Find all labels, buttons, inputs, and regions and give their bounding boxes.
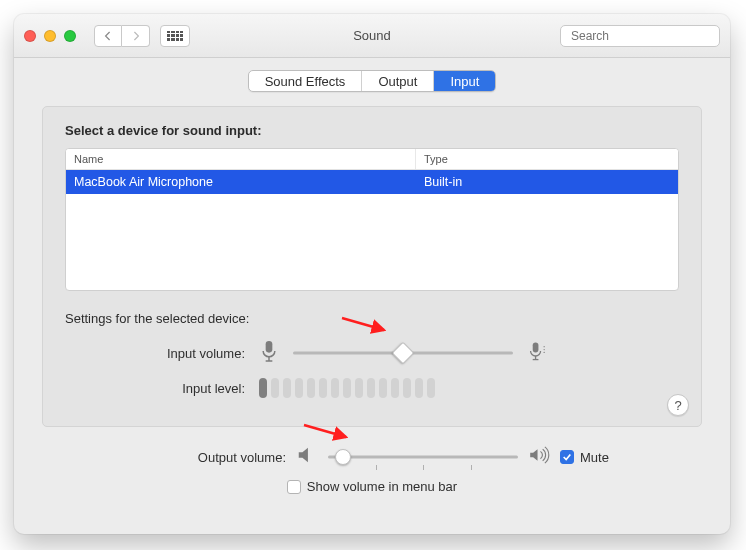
- zoom-button[interactable]: [64, 30, 76, 42]
- input-volume-row: Input volume:: [65, 338, 679, 368]
- window-controls: [24, 30, 76, 42]
- settings-heading: Settings for the selected device:: [65, 311, 679, 326]
- search-input[interactable]: [571, 29, 721, 43]
- checkbox-box[interactable]: [287, 480, 301, 494]
- input-level-label: Input level:: [65, 381, 245, 396]
- slider-tick: [471, 465, 472, 470]
- search-field[interactable]: [560, 25, 720, 47]
- speaker-low-icon: [296, 445, 318, 469]
- col-name[interactable]: Name: [66, 149, 416, 169]
- svg-rect-5: [533, 342, 539, 352]
- back-button[interactable]: [94, 25, 122, 47]
- svg-point-8: [544, 346, 545, 347]
- slider-thumb[interactable]: [335, 449, 351, 465]
- tabs: Sound Effects Output Input: [42, 70, 702, 92]
- output-volume-label: Output volume:: [42, 450, 286, 465]
- help-button[interactable]: ?: [667, 394, 689, 416]
- svg-point-9: [544, 349, 545, 350]
- table-row[interactable]: MacBook Air Microphone Built-in: [66, 170, 678, 194]
- input-volume-slider[interactable]: [293, 344, 513, 362]
- output-volume-slider[interactable]: [328, 448, 518, 466]
- microphone-low-icon: [259, 338, 279, 368]
- slider-track: [328, 456, 518, 459]
- input-volume-label: Input volume:: [65, 346, 245, 361]
- input-level-row: Input level:: [65, 378, 679, 398]
- input-panel: Select a device for sound input: Name Ty…: [42, 106, 702, 427]
- tab-input[interactable]: Input: [434, 71, 495, 91]
- slider-tick: [423, 465, 424, 470]
- table-header: Name Type: [66, 149, 678, 170]
- slider-tick: [376, 465, 377, 470]
- tab-output[interactable]: Output: [362, 71, 434, 91]
- chevron-left-icon: [104, 31, 112, 41]
- tab-sound-effects[interactable]: Sound Effects: [249, 71, 363, 91]
- sound-preferences-window: Sound Sound Effects Output Input Select …: [14, 14, 730, 534]
- input-level-meter: [259, 378, 435, 398]
- speaker-high-icon: [528, 445, 550, 469]
- show-volume-menubar-checkbox[interactable]: Show volume in menu bar: [287, 479, 457, 494]
- menubar-label: Show volume in menu bar: [307, 479, 457, 494]
- titlebar: Sound: [14, 14, 730, 58]
- nav-buttons: [94, 25, 150, 47]
- grid-icon: [167, 31, 183, 41]
- svg-point-10: [544, 352, 545, 353]
- close-button[interactable]: [24, 30, 36, 42]
- forward-button[interactable]: [122, 25, 150, 47]
- cell-name: MacBook Air Microphone: [66, 170, 416, 194]
- microphone-high-icon: [527, 338, 547, 368]
- svg-rect-2: [266, 341, 273, 353]
- panel-heading: Select a device for sound input:: [65, 123, 679, 138]
- tab-segmented-control: Sound Effects Output Input: [248, 70, 497, 92]
- mute-label: Mute: [580, 450, 609, 465]
- chevron-right-icon: [132, 31, 140, 41]
- device-table: Name Type MacBook Air Microphone Built-i…: [65, 148, 679, 291]
- content: Sound Effects Output Input Select a devi…: [14, 58, 730, 494]
- cell-type: Built-in: [416, 170, 678, 194]
- minimize-button[interactable]: [44, 30, 56, 42]
- slider-thumb[interactable]: [392, 342, 415, 365]
- checkbox-box[interactable]: [560, 450, 574, 464]
- mute-checkbox[interactable]: Mute: [560, 450, 609, 465]
- menubar-row: Show volume in menu bar: [42, 479, 702, 494]
- table-body[interactable]: MacBook Air Microphone Built-in: [66, 170, 678, 290]
- col-type[interactable]: Type: [416, 149, 678, 169]
- show-all-button[interactable]: [160, 25, 190, 47]
- check-icon: [562, 452, 572, 462]
- output-volume-row: Output volume: Mute: [42, 445, 702, 469]
